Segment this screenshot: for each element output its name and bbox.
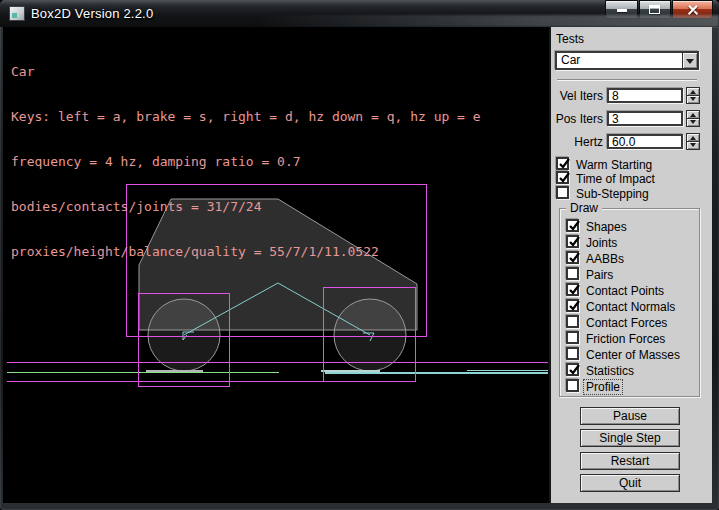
checkbox-box xyxy=(566,251,579,264)
vel-iters-row: Vel Iters xyxy=(551,88,714,104)
hud-text: Car Keys: left = a, brake = s, right = d… xyxy=(11,34,481,289)
checkbox-box xyxy=(566,315,579,328)
hertz-label: Hertz xyxy=(551,136,603,149)
chevron-up-icon xyxy=(690,110,696,117)
checkbox-box xyxy=(566,299,579,312)
pos-iters-input[interactable] xyxy=(607,111,683,126)
maximize-button[interactable] xyxy=(639,0,671,19)
checkbox-box xyxy=(566,331,579,344)
checkbox-box xyxy=(566,347,579,360)
checkbox-box xyxy=(566,267,579,280)
chevron-up-icon xyxy=(690,133,696,140)
checkbox-label: Pairs xyxy=(586,268,613,282)
tests-dropdown-button[interactable] xyxy=(682,52,698,69)
client-area: Car Keys: left = a, brake = s, right = d… xyxy=(3,27,712,503)
checkbox-label: Joints xyxy=(586,236,617,250)
maximize-icon xyxy=(649,5,660,14)
checkbox-label: Center of Masses xyxy=(586,348,680,362)
titlebar[interactable]: Box2D Version 2.2.0 xyxy=(0,0,719,27)
checkbox-label: Contact Forces xyxy=(586,316,667,330)
tests-dropdown[interactable]: Car xyxy=(555,51,699,70)
chevron-down-icon xyxy=(686,59,694,68)
checkbox-label: Time of Impact xyxy=(576,172,655,186)
control-sidebar: Tests Car Vel Iters Pos Iters xyxy=(549,27,712,503)
hertz-spin-down-button[interactable] xyxy=(686,141,700,150)
chevron-up-icon xyxy=(690,87,696,94)
app-window: Box2D Version 2.2.0 xyxy=(0,0,719,510)
vel-iters-spin-down-button[interactable] xyxy=(686,95,700,104)
close-button[interactable] xyxy=(672,0,713,19)
checkbox-label: Contact Points xyxy=(586,284,664,298)
checkbox-label: Warm Starting xyxy=(576,158,652,172)
single-step-button[interactable]: Single Step xyxy=(580,429,680,447)
tests-label: Tests xyxy=(556,33,584,46)
minimize-button[interactable] xyxy=(605,0,638,19)
checkbox-label: Profile xyxy=(583,379,623,395)
hud-line-proxies: proxies/height/balance/quality = 55/7/1/… xyxy=(11,244,481,259)
chevron-down-icon xyxy=(690,120,696,127)
checkbox-box xyxy=(566,379,579,392)
hertz-row: Hertz xyxy=(551,134,714,150)
checkbox-box xyxy=(556,157,569,170)
tests-dropdown-value: Car xyxy=(561,54,580,67)
checkbox-box xyxy=(566,283,579,296)
hertz-input[interactable] xyxy=(607,134,683,149)
hud-line-frequency: frequency = 4 hz, damping ratio = 0.7 xyxy=(11,154,481,169)
chevron-down-icon xyxy=(690,97,696,104)
draw-group-label: Draw xyxy=(566,202,602,215)
checkbox-label: AABBs xyxy=(586,252,624,266)
window-title: Box2D Version 2.2.0 xyxy=(31,6,153,21)
pos-iters-row: Pos Iters xyxy=(551,111,714,127)
minimize-icon xyxy=(617,9,627,12)
vel-iters-label: Vel Iters xyxy=(551,90,603,103)
pause-button[interactable]: Pause xyxy=(580,407,680,425)
checkbox-label: Statistics xyxy=(586,364,634,378)
vel-iters-spinner xyxy=(686,87,700,104)
vel-iters-input[interactable] xyxy=(607,88,683,103)
checkbox-box xyxy=(566,363,579,376)
hud-line-keys: Keys: left = a, brake = s, right = d, hz… xyxy=(11,109,481,124)
checkbox-box xyxy=(566,235,579,248)
checkbox-box xyxy=(556,186,569,199)
separator xyxy=(557,79,697,81)
app-icon xyxy=(9,6,25,21)
checkbox-label: Sub-Stepping xyxy=(576,187,649,201)
checkbox-label: Contact Normals xyxy=(586,300,675,314)
checkbox-label: Shapes xyxy=(586,220,627,234)
pos-iters-label: Pos Iters xyxy=(551,113,603,126)
hud-line-test-name: Car xyxy=(11,64,481,79)
hertz-spinner xyxy=(686,133,700,150)
chevron-down-icon xyxy=(690,143,696,150)
close-icon xyxy=(687,4,699,16)
pos-iters-spin-down-button[interactable] xyxy=(686,118,700,127)
simulation-canvas[interactable]: Car Keys: left = a, brake = s, right = d… xyxy=(3,27,549,503)
restart-button[interactable]: Restart xyxy=(580,452,680,470)
checkbox-box xyxy=(566,219,579,232)
pos-iters-spinner xyxy=(686,110,700,127)
checkbox-box xyxy=(556,171,569,184)
quit-button[interactable]: Quit xyxy=(580,474,680,492)
hud-line-bodies: bodies/contacts/joints = 31/7/24 xyxy=(11,199,481,214)
checkbox-label: Friction Forces xyxy=(586,332,665,346)
